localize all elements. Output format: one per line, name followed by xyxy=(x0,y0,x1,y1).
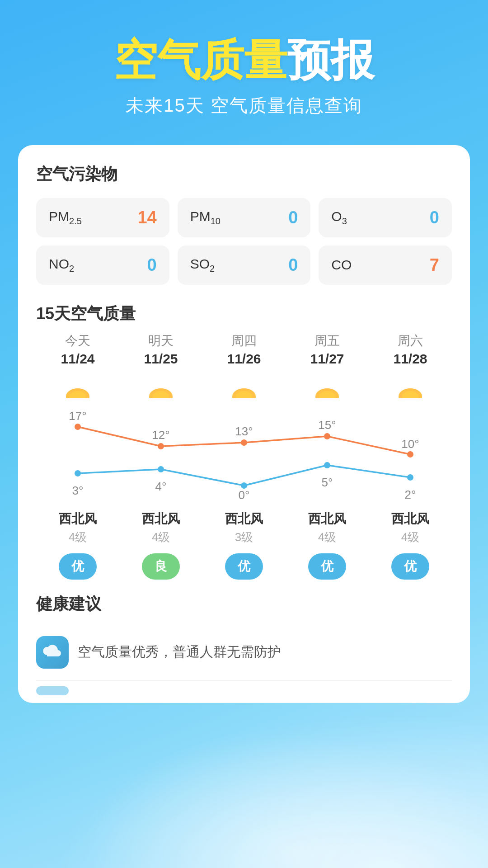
pollutants-section-title: 空气污染物 xyxy=(36,163,452,185)
weather-icon-col-2 xyxy=(202,376,286,398)
wind-level-2: 3级 xyxy=(202,529,286,545)
wind-level-3: 4级 xyxy=(286,529,369,545)
wind-col-4: 西北风 4级 xyxy=(369,510,452,545)
weather-icon-col-4 xyxy=(369,376,452,398)
no2-label: NO2 xyxy=(49,256,74,274)
co-value: 7 xyxy=(430,255,439,275)
svg-text:3°: 3° xyxy=(72,484,84,497)
wind-col-2: 西北风 3级 xyxy=(202,510,286,545)
svg-text:15°: 15° xyxy=(318,418,336,432)
sun-icon-0 xyxy=(62,376,94,398)
pollutant-so2: SO2 0 xyxy=(178,245,311,285)
day-date-3: 11/27 xyxy=(310,351,344,367)
svg-text:5°: 5° xyxy=(322,476,333,489)
forecast-col-0: 今天 11/24 xyxy=(36,332,119,372)
weather-icon-col-1 xyxy=(119,376,202,398)
day-label-0: 今天 xyxy=(65,332,90,349)
svg-point-26 xyxy=(158,466,164,472)
svg-point-27 xyxy=(241,482,247,489)
svg-point-28 xyxy=(324,462,330,468)
pollutant-pm25: PM2.5 14 xyxy=(36,198,169,237)
pm10-label: PM10 xyxy=(190,209,221,226)
pollutant-co: CO 7 xyxy=(319,245,452,285)
svg-point-17 xyxy=(241,439,247,446)
app-title: 空气质量预报 xyxy=(18,36,470,84)
day-label-4: 周六 xyxy=(398,332,423,349)
cloud-check-icon xyxy=(42,642,62,662)
quality-col-0: 优 xyxy=(36,553,119,580)
sun-icon-1 xyxy=(145,376,177,398)
svg-text:2°: 2° xyxy=(405,488,416,501)
pollutant-o3: O3 0 xyxy=(319,198,452,237)
app-subtitle: 未来15天 空气质量信息查询 xyxy=(18,93,470,118)
o3-value: 0 xyxy=(430,208,439,227)
wind-level-0: 4级 xyxy=(36,529,119,545)
quality-badge-1: 良 xyxy=(142,553,180,580)
pm10-value: 0 xyxy=(288,208,298,227)
o3-label: O3 xyxy=(331,209,347,226)
svg-text:17°: 17° xyxy=(69,409,86,423)
svg-text:13°: 13° xyxy=(235,425,253,438)
quality-col-2: 优 xyxy=(202,553,286,580)
weather-icon-col-3 xyxy=(286,376,369,398)
forecast-col-1: 明天 11/25 xyxy=(119,332,202,372)
sun-icon-4 xyxy=(394,376,426,398)
pollutants-grid: PM2.5 14 PM10 0 O3 0 NO2 0 SO2 0 CO 7 xyxy=(36,198,452,285)
wind-dir-0: 西北风 xyxy=(36,510,119,528)
wind-col-1: 西北风 4级 xyxy=(119,510,202,545)
svg-point-19 xyxy=(407,451,413,458)
temperature-chart-container: 17° 12° 13° 15° 10° 3° 4° 0° 5° xyxy=(36,402,452,503)
wind-col-3: 西北风 4级 xyxy=(286,510,369,545)
wind-level-1: 4级 xyxy=(119,529,202,545)
day-label-1: 明天 xyxy=(148,332,174,349)
title-white: 预报 xyxy=(287,36,374,84)
app-header: 空气质量预报 未来15天 空气质量信息查询 xyxy=(0,0,488,136)
forecast-col-2: 周四 11/26 xyxy=(202,332,286,372)
pm25-label: PM2.5 xyxy=(49,209,82,226)
main-card: 空气污染物 PM2.5 14 PM10 0 O3 0 NO2 0 SO2 0 C… xyxy=(18,145,470,703)
health-item-2-partial xyxy=(36,680,452,689)
quality-badge-3: 优 xyxy=(308,553,346,580)
day-date-1: 11/25 xyxy=(144,351,178,367)
health-advice-text: 空气质量优秀，普通人群无需防护 xyxy=(78,643,281,661)
svg-text:12°: 12° xyxy=(152,428,169,442)
svg-point-18 xyxy=(324,433,330,439)
sun-icon-2 xyxy=(228,376,260,398)
cloud-background xyxy=(0,687,488,868)
health-item: 空气质量优秀，普通人群无需防护 xyxy=(36,628,452,677)
pollutant-no2: NO2 0 xyxy=(36,245,169,285)
wind-dir-2: 西北风 xyxy=(202,510,286,528)
quality-badge-2: 优 xyxy=(225,553,263,580)
forecast-icons-row xyxy=(36,376,452,398)
svg-point-15 xyxy=(75,424,81,430)
pollutant-pm10: PM10 0 xyxy=(178,198,311,237)
wind-dir-1: 西北风 xyxy=(119,510,202,528)
forecast-col-3: 周五 11/27 xyxy=(286,332,369,372)
title-yellow: 空气质量 xyxy=(114,36,287,84)
quality-badge-4: 优 xyxy=(391,553,429,580)
wind-dir-4: 西北风 xyxy=(369,510,452,528)
wind-col-0: 西北风 4级 xyxy=(36,510,119,545)
sun-icon-3 xyxy=(311,376,343,398)
wind-level-4: 4级 xyxy=(369,529,452,545)
svg-text:10°: 10° xyxy=(401,437,419,451)
svg-point-29 xyxy=(407,474,413,481)
svg-point-25 xyxy=(75,470,81,476)
wind-row: 西北风 4级 西北风 4级 西北风 3级 西北风 4级 西北风 4级 xyxy=(36,510,452,545)
temperature-chart: 17° 12° 13° 15° 10° 3° 4° 0° 5° xyxy=(36,406,452,497)
co-label: CO xyxy=(331,257,352,273)
day-date-4: 11/28 xyxy=(393,351,427,367)
forecast-section: 15天空气质量 今天 11/24 明天 11/25 周四 11/26 周五 11… xyxy=(36,303,452,580)
quality-badges-row: 优 良 优 优 优 xyxy=(36,553,452,580)
health-section-title: 健康建议 xyxy=(36,593,452,615)
no2-value: 0 xyxy=(147,255,157,275)
weather-icon-col-0 xyxy=(36,376,119,398)
wind-dir-3: 西北风 xyxy=(286,510,369,528)
so2-value: 0 xyxy=(288,255,298,275)
forecast-col-4: 周六 11/28 xyxy=(369,332,452,372)
quality-col-3: 优 xyxy=(286,553,369,580)
forecast-days-row: 今天 11/24 明天 11/25 周四 11/26 周五 11/27 周六 1… xyxy=(36,332,452,372)
day-date-0: 11/24 xyxy=(61,351,94,367)
day-label-2: 周四 xyxy=(231,332,257,349)
pm25-value: 14 xyxy=(137,208,156,227)
